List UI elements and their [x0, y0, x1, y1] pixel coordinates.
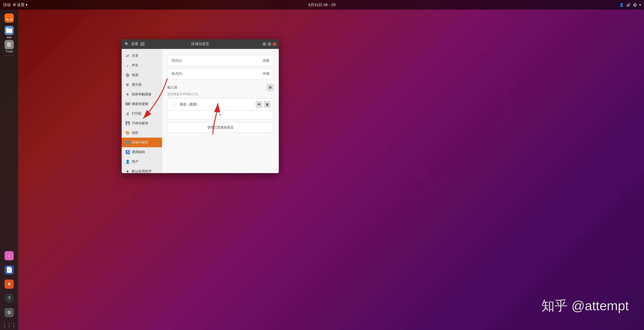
show-apps-button[interactable]: ⋮⋮⋮: [2, 322, 16, 328]
dock-item-trash[interactable]: 🗑 Trash: [3, 40, 16, 53]
window-title: 区域与语言: [191, 42, 209, 46]
sound-icon: ♪: [125, 63, 130, 67]
files-icon: [5, 26, 14, 35]
sidebar-label-share: 共享: [132, 53, 138, 58]
power-sidebar-icon: ⏻: [125, 73, 130, 77]
window-titlebar: 🔍 设置 区域与语言 — □ ✕: [122, 39, 279, 49]
add-input-source-button[interactable]: +: [167, 111, 274, 119]
sidebar-label-mouse: 鼠标和触摸板: [132, 92, 152, 97]
input-source-item: ⋮⋮ 英语（美国） 👁 🗑: [167, 98, 274, 111]
watermark: 知乎 @attempt: [541, 297, 629, 315]
user-icon[interactable]: 👤: [619, 3, 624, 7]
settings-menu[interactable]: ⚙ 设置 ▾: [13, 3, 28, 7]
close-button[interactable]: ✕: [273, 42, 276, 46]
volume-icon[interactable]: 🔊: [626, 3, 631, 7]
input-source-subtitle: 选择键盘布局或输入法。: [167, 92, 274, 96]
dock-item-appcenter[interactable]: A: [3, 278, 16, 291]
arrow-overlay: [0, 0, 644, 330]
input-preview-button[interactable]: 👁: [256, 101, 262, 108]
sidebar-item-keyboard[interactable]: ⌨ 键盘快捷键: [122, 99, 162, 109]
sidebar-label-region: 区域与语言: [132, 140, 148, 145]
sidebar-item-display[interactable]: 🖥 显示器: [122, 80, 162, 89]
titlebar-menu-icon[interactable]: [140, 42, 145, 47]
manage-languages-button[interactable]: 管理已安装的语言: [167, 122, 274, 133]
mouse-icon: 🖱: [125, 92, 130, 96]
trash-label: Trash: [5, 50, 13, 53]
share-icon: ⇄: [125, 54, 130, 58]
sidebar-label-users: 用户: [132, 159, 138, 164]
svg-line-5: [253, 13, 482, 228]
sidebar-item-printer[interactable]: 🖨 打印机: [122, 109, 162, 118]
window-body: ⇄ 共享 ♪ 声音 ⏻ 电源 🖥 显示器 🖱 鼠标和触摸板 ⌨ 键盘快捷键: [122, 49, 279, 173]
settings-content: 语言(L) 汉语 格式(F) 中国 输入源 ⚙ 选择键盘布局或输入法。 ⋮⋮ 英…: [162, 49, 279, 173]
sidebar-label-default-apps: 默认应用程序: [132, 169, 152, 173]
printer-icon: 🖨: [125, 112, 130, 116]
minimize-button[interactable]: —: [263, 42, 266, 46]
activities-label[interactable]: 活动: [3, 3, 11, 7]
topbar-left: 活动 ⚙ 设置 ▾: [3, 3, 28, 7]
users-icon: 👤: [125, 160, 130, 164]
add-icon: +: [219, 113, 222, 117]
sidebar-label-accessibility: 通用辅助: [132, 150, 145, 154]
sidebar-item-region[interactable]: 🌐 区域与语言: [122, 138, 162, 147]
sidebar-item-power[interactable]: ⏻ 电源: [122, 70, 162, 80]
input-source-left: ⋮⋮ 英语（美国）: [171, 102, 199, 107]
keyboard-icon: ⌨: [125, 102, 130, 106]
drag-handle-icon[interactable]: ⋮⋮: [171, 102, 178, 106]
display-icon: 🖥: [125, 83, 130, 87]
desktop-background: [0, 0, 644, 330]
svg-rect-1: [6, 28, 9, 29]
input-source-label: 英语（美国）: [180, 102, 199, 107]
input-source-title: 输入源: [167, 85, 177, 90]
sidebar-label-sound: 声音: [132, 63, 138, 68]
sidebar-item-users[interactable]: 👤 用户: [122, 157, 162, 167]
dock-separator: [4, 55, 14, 56]
files-label: aaa: [7, 35, 12, 39]
sidebar-label-removable: 可移动媒体: [132, 121, 148, 125]
svg-point-3: [253, 38, 507, 215]
dock-item-rhythmbox[interactable]: ♪: [3, 249, 16, 263]
sidebar-item-color[interactable]: 🎨 色彩: [122, 128, 162, 138]
writer-icon: 📄: [5, 265, 14, 274]
sidebar-label-display: 显示器: [132, 82, 142, 87]
default-apps-icon: ★: [125, 169, 130, 173]
dock-item-writer[interactable]: 📄: [3, 264, 16, 277]
titlebar-search-icon[interactable]: 🔍: [124, 42, 129, 47]
power-icon[interactable]: ⏻: [633, 3, 637, 7]
dock-item-help[interactable]: ?: [3, 292, 16, 305]
sidebar-label-power: 电源: [132, 73, 138, 77]
input-source-actions: 👁 🗑: [256, 101, 270, 108]
dock-item-settings[interactable]: ⚙: [3, 306, 16, 319]
dock: 🦊 aaa 🗑 Trash ♪ 📄 A ? ⚙ ⋮⋮⋮: [0, 10, 18, 330]
removable-icon: 💾: [125, 121, 130, 125]
topbar-right: 👤 🔊 ⏻ ▾: [619, 3, 641, 7]
format-row[interactable]: 格式(F) 中国: [167, 68, 274, 79]
sidebar-item-share[interactable]: ⇄ 共享: [122, 51, 162, 61]
format-label: 格式(F): [172, 71, 182, 76]
maximize-button[interactable]: □: [268, 42, 271, 46]
trash-icon: 🗑: [5, 40, 14, 49]
system-menu-arrow[interactable]: ▾: [639, 3, 641, 7]
rhythmbox-icon: ♪: [5, 251, 14, 260]
input-source-header: 输入源 ⚙: [167, 84, 274, 91]
titlebar-settings-label: 设置: [131, 42, 138, 46]
window-controls: — □ ✕: [263, 42, 276, 46]
settings-sidebar: ⇄ 共享 ♪ 声音 ⏻ 电源 🖥 显示器 🖱 鼠标和触摸板 ⌨ 键盘快捷键: [122, 49, 162, 173]
sidebar-label-printer: 打印机: [132, 111, 142, 116]
region-icon: 🌐: [125, 140, 130, 144]
sidebar-item-accessibility[interactable]: ♿ 通用辅助: [122, 147, 162, 157]
language-label: 语言(L): [172, 58, 182, 63]
sidebar-item-removable[interactable]: 💾 可移动媒体: [122, 118, 162, 128]
sidebar-item-mouse[interactable]: 🖱 鼠标和触摸板: [122, 89, 162, 99]
sidebar-item-sound[interactable]: ♪ 声音: [122, 61, 162, 70]
input-delete-button[interactable]: 🗑: [264, 101, 270, 108]
appcenter-icon: A: [5, 280, 14, 289]
dock-item-files[interactable]: aaa: [3, 26, 16, 39]
dock-item-firefox[interactable]: 🦊: [3, 12, 16, 25]
input-source-gear-button[interactable]: ⚙: [267, 84, 274, 91]
color-icon: 🎨: [125, 131, 130, 135]
sidebar-item-default-apps[interactable]: ★ 默认应用程序: [122, 167, 162, 173]
accessibility-icon: ♿: [125, 150, 130, 154]
sidebar-label-keyboard: 键盘快捷键: [132, 102, 148, 106]
language-row[interactable]: 语言(L) 汉语: [167, 55, 274, 66]
